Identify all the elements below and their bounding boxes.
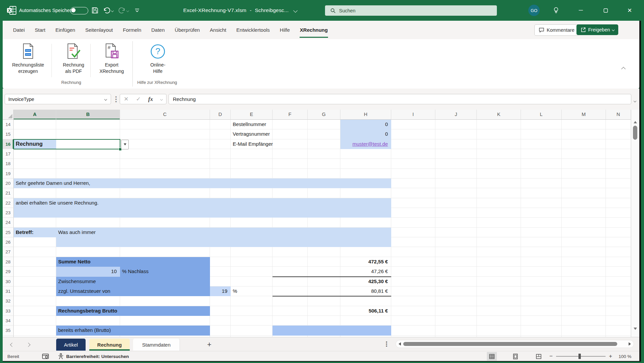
cell-H16[interactable]: muster@test.de bbox=[340, 139, 391, 149]
cell-M26[interactable] bbox=[562, 237, 606, 247]
cell-A18[interactable] bbox=[14, 159, 56, 168]
cell-D27[interactable] bbox=[210, 247, 231, 257]
ribbon-tab-überprüfen[interactable]: Überprüfen bbox=[170, 21, 205, 39]
undo-button[interactable] bbox=[103, 0, 113, 21]
cell-D16[interactable] bbox=[210, 139, 231, 149]
cell-E17[interactable] bbox=[231, 149, 273, 159]
ribbon-tab-hilfe[interactable]: Hilfe bbox=[275, 21, 295, 39]
cell-H17[interactable] bbox=[340, 149, 391, 159]
cell-H34[interactable] bbox=[340, 316, 391, 326]
cell-H33[interactable]: 506,11 € bbox=[340, 306, 391, 316]
cell-B29[interactable]: 10 bbox=[56, 267, 120, 276]
cell-C27[interactable] bbox=[120, 247, 210, 257]
close-button[interactable]: ✕ bbox=[622, 0, 637, 21]
cell-H25[interactable] bbox=[340, 228, 391, 237]
cell-C23[interactable] bbox=[120, 208, 210, 218]
cell-E23[interactable] bbox=[231, 208, 273, 218]
cell-G20[interactable] bbox=[308, 178, 340, 188]
cell-M20[interactable] bbox=[562, 178, 606, 188]
cell-N26[interactable] bbox=[606, 237, 631, 247]
cell-H30[interactable]: 425,30 € bbox=[340, 277, 391, 286]
row-header-25[interactable]: 25 bbox=[3, 228, 14, 237]
cell-E24[interactable] bbox=[231, 218, 273, 227]
cell-L30[interactable] bbox=[521, 277, 562, 286]
cell-K24[interactable] bbox=[477, 218, 521, 227]
cell-L17[interactable] bbox=[521, 149, 562, 159]
cell-L33[interactable] bbox=[521, 306, 562, 316]
cell-L20[interactable] bbox=[521, 178, 562, 188]
cell-G21[interactable] bbox=[308, 188, 340, 198]
ribbon-tab-einfügen[interactable]: Einfügen bbox=[50, 21, 80, 39]
zoom-slider-track[interactable] bbox=[556, 356, 606, 357]
cell-F20[interactable] bbox=[273, 178, 308, 188]
cell-A29[interactable] bbox=[14, 267, 56, 276]
cell-G27[interactable] bbox=[308, 247, 340, 257]
collapse-ribbon-icon[interactable] bbox=[622, 66, 625, 72]
cell-H29[interactable]: 47,26 € bbox=[340, 267, 391, 276]
cell-C21[interactable] bbox=[120, 188, 210, 198]
cell-D31[interactable]: 19 bbox=[210, 286, 231, 296]
vertical-scrollbar[interactable] bbox=[631, 110, 639, 337]
cell-K22[interactable] bbox=[477, 198, 521, 208]
cell-I20[interactable] bbox=[391, 178, 435, 188]
cell-G32[interactable] bbox=[308, 296, 340, 306]
cell-M27[interactable] bbox=[562, 247, 606, 257]
cell-L15[interactable] bbox=[521, 129, 562, 139]
cell-A27[interactable] bbox=[14, 247, 56, 257]
column-header-C[interactable]: C bbox=[120, 110, 210, 120]
cell-B35[interactable]: bereits erhalten (Brutto) bbox=[56, 326, 120, 335]
enter-icon[interactable]: ✓ bbox=[136, 96, 141, 103]
cell-H22[interactable] bbox=[340, 198, 391, 208]
cell-B19[interactable] bbox=[56, 169, 120, 178]
document-title[interactable]: Excel-XRechnung-V7.xlsm - Schreibgesc... bbox=[183, 0, 297, 21]
cell-C35[interactable] bbox=[120, 326, 210, 335]
cell-D24[interactable] bbox=[210, 218, 231, 227]
cell-K20[interactable] bbox=[477, 178, 521, 188]
cell-C33[interactable] bbox=[120, 306, 210, 316]
cell-B33[interactable]: Rechnungsbetrag Brutto bbox=[56, 306, 120, 316]
column-header-L[interactable]: L bbox=[521, 110, 562, 120]
cell-I32[interactable] bbox=[391, 296, 435, 306]
cell-E26[interactable] bbox=[231, 237, 273, 247]
rechnung-als-pdf-button[interactable]: Rechnung als PDF bbox=[56, 42, 92, 79]
cell-E21[interactable] bbox=[231, 188, 273, 198]
cell-H21[interactable] bbox=[340, 188, 391, 198]
cell-J18[interactable] bbox=[435, 159, 477, 168]
ribbon-tab-datei[interactable]: Datei bbox=[8, 21, 30, 39]
cell-N25[interactable] bbox=[606, 228, 631, 237]
sheet-next-icon[interactable] bbox=[27, 342, 30, 348]
column-header-A[interactable]: A bbox=[14, 110, 56, 120]
row-header-16[interactable]: 16 bbox=[3, 139, 14, 149]
cell-C32[interactable] bbox=[120, 296, 210, 306]
cell-F31[interactable] bbox=[273, 286, 308, 296]
cell-C19[interactable] bbox=[120, 169, 210, 178]
save-icon[interactable] bbox=[92, 0, 98, 21]
cell-E27[interactable] bbox=[231, 247, 273, 257]
column-header-F[interactable]: F bbox=[273, 110, 308, 120]
cell-G29[interactable] bbox=[308, 267, 340, 276]
column-header-J[interactable]: J bbox=[435, 110, 477, 120]
ribbon-tab-entwicklertools[interactable]: Entwicklertools bbox=[231, 21, 275, 39]
cell-K31[interactable] bbox=[477, 286, 521, 296]
row-header-32[interactable]: 32 bbox=[3, 296, 14, 306]
cell-F30[interactable] bbox=[273, 277, 308, 286]
cell-A30[interactable] bbox=[14, 277, 56, 286]
cell-H32[interactable] bbox=[340, 296, 391, 306]
cell-F32[interactable] bbox=[273, 296, 308, 306]
row-header-18[interactable]: 18 bbox=[3, 159, 14, 168]
cell-D28[interactable] bbox=[210, 257, 231, 267]
lightbulb-icon[interactable] bbox=[548, 0, 564, 21]
cell-G31[interactable] bbox=[308, 286, 340, 296]
sheet-tab-rechnung[interactable]: Rechnung bbox=[89, 339, 130, 351]
cell-J23[interactable] bbox=[435, 208, 477, 218]
cell-G14[interactable] bbox=[308, 120, 340, 129]
cell-K14[interactable] bbox=[477, 120, 521, 129]
cell-L29[interactable] bbox=[521, 267, 562, 276]
cell-J33[interactable] bbox=[435, 306, 477, 316]
cell-E32[interactable] bbox=[231, 296, 273, 306]
cell-I28[interactable] bbox=[391, 257, 435, 267]
cell-D26[interactable] bbox=[210, 237, 231, 247]
cell-M25[interactable] bbox=[562, 228, 606, 237]
cell-G18[interactable] bbox=[308, 159, 340, 168]
row-header-34[interactable]: 34 bbox=[3, 316, 14, 326]
